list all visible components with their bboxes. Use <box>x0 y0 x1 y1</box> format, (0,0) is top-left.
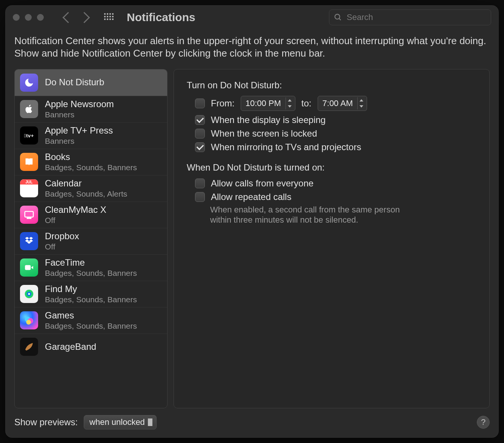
garageband-icon <box>20 338 38 356</box>
sidebar-item-facetime[interactable]: FaceTimeBadges, Sounds, Banners <box>15 254 167 281</box>
sidebar-item-label: Games <box>45 311 137 320</box>
app-sidebar: Do Not DisturbApple NewsroomBannerstv+A… <box>14 69 167 408</box>
svg-point-7 <box>28 293 30 295</box>
apple-icon <box>20 100 38 118</box>
calendar-icon: JUL17 <box>20 179 38 197</box>
svg-rect-4 <box>25 265 31 270</box>
sidebar-item-find-my[interactable]: Find MyBadges, Sounds, Banners <box>15 281 167 307</box>
search-icon <box>334 13 342 22</box>
moon-icon <box>20 74 38 92</box>
sidebar-item-subtitle: Off <box>45 216 106 225</box>
sidebar-item-apple-newsroom[interactable]: Apple NewsroomBanners <box>15 96 167 122</box>
search-input[interactable] <box>346 12 486 23</box>
turn-on-dnd-header: Turn on Do Not Disturb: <box>187 80 476 91</box>
from-time-stepper[interactable] <box>286 97 293 109</box>
sidebar-item-subtitle: Badges, Sounds, Banners <box>45 269 137 277</box>
preferences-window: Notifications Notification Center shows … <box>5 5 499 438</box>
show-all-icon[interactable] <box>104 13 112 22</box>
minimize-window-button[interactable] <box>25 14 32 21</box>
sidebar-item-subtitle: Banners <box>45 137 113 145</box>
allow-repeated-label: Allow repeated calls <box>211 192 291 202</box>
dnd-mirroring-label: When mirroring to TVs and projectors <box>211 142 361 152</box>
search-field[interactable] <box>329 9 491 25</box>
sidebar-item-label: Apple TV+ Press <box>45 126 113 135</box>
svg-rect-3 <box>27 218 31 219</box>
show-previews-select[interactable]: when unlocked <box>84 415 157 429</box>
sidebar-item-cleanmymac-x[interactable]: CleanMyMac XOff <box>15 202 167 228</box>
sidebar-item-subtitle: Badges, Sounds, Banners <box>45 163 137 172</box>
cmm-icon <box>20 206 38 224</box>
select-arrows-icon <box>148 417 153 428</box>
sidebar-item-subtitle: Badges, Sounds, Alerts <box>45 189 127 198</box>
allow-repeated-note: When enabled, a second call from the sam… <box>210 205 421 225</box>
nav-arrows <box>64 14 88 22</box>
dropbox-icon <box>20 232 38 250</box>
dnd-from-time-value: 10:00 PM <box>246 98 281 108</box>
sidebar-item-label: Apple Newsroom <box>45 99 114 109</box>
sidebar-item-subtitle: Badges, Sounds, Banners <box>45 321 137 330</box>
zoom-window-button[interactable] <box>37 14 44 21</box>
sidebar-item-label: GarageBand <box>45 342 96 352</box>
titlebar: Notifications <box>5 5 499 29</box>
svg-point-0 <box>335 14 340 19</box>
help-button[interactable]: ? <box>477 416 490 429</box>
sidebar-item-garageband[interactable]: GarageBand <box>15 334 167 360</box>
allow-repeated-checkbox[interactable] <box>195 192 205 202</box>
from-label: From: <box>211 98 235 109</box>
sidebar-item-label: CleanMyMac X <box>45 205 106 215</box>
sidebar-item-subtitle: Badges, Sounds, Banners <box>45 295 137 304</box>
sidebar-item-label: Dropbox <box>45 231 79 241</box>
close-window-button[interactable] <box>13 14 20 21</box>
svg-point-10 <box>26 320 31 325</box>
dnd-locked-label: When the screen is locked <box>211 128 317 139</box>
allow-everyone-checkbox[interactable] <box>195 178 205 188</box>
sidebar-item-label: Do Not Disturb <box>45 77 104 87</box>
sidebar-item-label: Calendar <box>45 178 127 188</box>
dnd-from-checkbox[interactable] <box>195 98 205 108</box>
games-icon <box>20 311 38 329</box>
allow-everyone-label: Allow calls from everyone <box>211 178 313 189</box>
facetime-icon <box>20 258 38 277</box>
intro-text: Notification Center shows your alerts in… <box>5 29 499 63</box>
sidebar-item-label: Find My <box>45 284 137 294</box>
forward-button[interactable] <box>79 12 90 23</box>
footer: Show previews: when unlocked ? <box>5 408 499 438</box>
dnd-locked-checkbox[interactable] <box>195 129 205 138</box>
dnd-from-row: From: 10:00 PM to: 7:00 AM <box>195 96 476 111</box>
sidebar-item-subtitle: Off <box>45 242 79 251</box>
dnd-to-time-field[interactable]: 7:00 AM <box>318 96 367 111</box>
sidebar-item-subtitle: Banners <box>45 110 114 119</box>
show-previews-label: Show previews: <box>14 417 78 428</box>
tvplus-icon: tv+ <box>20 126 38 145</box>
findmy-icon <box>20 285 38 303</box>
sidebar-item-do-not-disturb[interactable]: Do Not Disturb <box>15 69 167 96</box>
when-dnd-on-header: When Do Not Disturb is turned on: <box>187 162 476 173</box>
dnd-from-time-field[interactable]: 10:00 PM <box>241 96 295 111</box>
sidebar-item-books[interactable]: BooksBadges, Sounds, Banners <box>15 149 167 175</box>
sidebar-item-calendar[interactable]: JUL17CalendarBadges, Sounds, Alerts <box>15 175 167 202</box>
back-button[interactable] <box>63 12 74 23</box>
dnd-to-time-value: 7:00 AM <box>323 98 353 108</box>
books-icon <box>20 153 38 171</box>
dnd-mirroring-checkbox[interactable] <box>195 142 205 152</box>
svg-line-1 <box>339 18 341 20</box>
page-title: Notifications <box>127 11 195 24</box>
traffic-lights <box>13 14 44 21</box>
dnd-sleeping-label: When the display is sleeping <box>211 115 326 125</box>
sidebar-item-label: FaceTime <box>45 258 137 268</box>
to-label: to: <box>301 98 312 109</box>
show-previews-value: when unlocked <box>89 417 145 427</box>
sidebar-item-apple-tv-press[interactable]: tv+Apple TV+ PressBanners <box>15 122 167 149</box>
to-time-stepper[interactable] <box>357 97 365 109</box>
sidebar-item-games[interactable]: GamesBadges, Sounds, Banners <box>15 307 167 334</box>
sidebar-item-label: Books <box>45 152 137 162</box>
svg-rect-2 <box>25 211 34 217</box>
sidebar-item-dropbox[interactable]: DropboxOff <box>15 228 167 254</box>
dnd-sleeping-checkbox[interactable] <box>195 115 205 125</box>
dnd-settings-panel: Turn on Do Not Disturb: From: 10:00 PM t… <box>174 69 490 408</box>
